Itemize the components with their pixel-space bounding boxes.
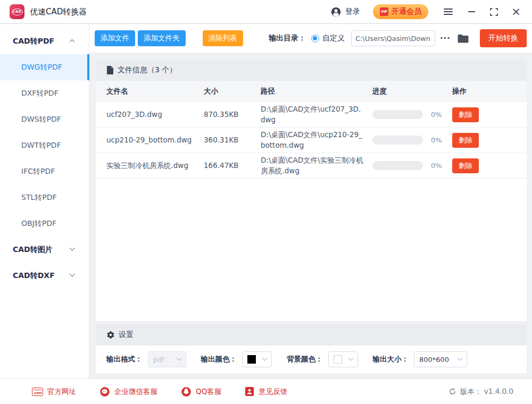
website-icon: .com [32, 388, 43, 396]
settings-panel: 设置 输出格式： pdf 输出颜色： [96, 324, 527, 373]
black-color-swatch [247, 355, 256, 364]
sidebar-group-cad-to-image[interactable]: CAD转图片 [0, 237, 89, 263]
maximize-button[interactable] [488, 6, 499, 17]
sidebar-group-cad-to-pdf[interactable]: CAD转PDF [0, 28, 89, 54]
chevron-down-icon [458, 355, 463, 360]
vip-label: 开通会员 [392, 7, 421, 16]
file-panel: 文件信息（3 个） 文件名 大小 路径 进度 操作 ucf207_3D.dwg … [96, 60, 527, 321]
chevron-down-icon [262, 355, 268, 360]
app-title: 优速CAD转换器 [30, 7, 87, 17]
table-row: ucp210-29_bottom.dwg 360.31KB D:\桌面\CAD文… [96, 128, 527, 153]
file-path: D:\桌面\CAD文件\实验三制冷机房系统.dwg [261, 155, 372, 176]
qq-service-icon [181, 386, 192, 397]
close-button[interactable]: × [511, 6, 521, 17]
login-button[interactable]: 登录 [330, 6, 360, 18]
sidebar-item-dwg-to-pdf[interactable]: DWG转PDF [0, 54, 89, 80]
output-path-input[interactable] [351, 30, 435, 46]
user-avatar-icon [330, 6, 342, 18]
table-row: 实验三制冷机房系统.dwg 166.47KB D:\桌面\CAD文件\实验三制冷… [96, 153, 527, 179]
document-icon [106, 66, 114, 74]
file-path: D:\桌面\CAD文件\ucf207_3D.dwg [261, 104, 372, 125]
title-bar: CAD 优速CAD转换器 登录 VIP 开通会员 [0, 0, 532, 24]
title-bar-left: CAD 优速CAD转换器 [10, 4, 87, 19]
minimize-button[interactable] [466, 6, 477, 17]
maximize-icon [490, 8, 498, 16]
file-name: ucf207_3D.dwg [106, 110, 204, 120]
main-area: 添加文件 添加文件夹 清除列表 输出目录： 自定义 ··· 开始转换 [89, 24, 532, 378]
open-folder-button[interactable] [457, 33, 469, 44]
file-name: 实验三制冷机房系统.dwg [106, 161, 204, 171]
version-info: 版本： v1.4.0.0 [448, 387, 513, 397]
col-action: 操作 [452, 87, 527, 96]
content-area: 文件信息（3 个） 文件名 大小 路径 进度 操作 ucf207_3D.dwg … [89, 53, 532, 378]
footer-link-wechat-service[interactable]: 企业微信客服 [99, 386, 157, 397]
sidebar-item-ifc-to-pdf[interactable]: IFC转PDF [0, 158, 89, 184]
chevron-up-icon [70, 39, 75, 45]
sidebar: CAD转PDF DWG转PDF DXF转PDF DWS转PDF DWT转PDF … [0, 24, 89, 378]
app-logo-text: CAD [12, 9, 23, 15]
app-window: CAD 优速CAD转换器 登录 VIP 开通会员 [0, 0, 532, 404]
progress-bar [372, 136, 423, 145]
file-path: D:\桌面\CAD文件\ucp210-29_bottom.dwg [261, 130, 372, 150]
file-name: ucp210-29_bottom.dwg [106, 135, 204, 146]
sidebar-item-obj-to-pdf[interactable]: OBJ转PDF [0, 211, 89, 237]
sidebar-item-dxf-to-pdf[interactable]: DXF转PDF [0, 80, 89, 106]
progress-cell: 0% [372, 136, 452, 145]
settings-header: 设置 [96, 324, 527, 346]
footer: .com 官方网址 企业微信客服 QQ客服 [0, 378, 532, 404]
col-filename: 文件名 [106, 87, 204, 96]
output-color-select[interactable] [242, 351, 272, 367]
progress-value: 0% [431, 136, 442, 144]
delete-button[interactable]: 删除 [452, 133, 479, 148]
output-color-label: 输出颜色： [201, 355, 237, 364]
file-size: 870.35KB [204, 110, 261, 120]
vip-icon: VIP [380, 7, 388, 16]
footer-link-qq-service[interactable]: QQ客服 [181, 386, 221, 397]
feedback-icon [245, 386, 254, 397]
progress-cell: 0% [372, 161, 452, 170]
chevron-down-icon [70, 246, 75, 251]
menu-icon[interactable] [442, 7, 454, 16]
sidebar-item-stl-to-pdf[interactable]: STL转PDF [0, 184, 89, 211]
close-icon: × [511, 6, 521, 18]
vip-button[interactable]: VIP 开通会员 [373, 4, 428, 19]
col-size: 大小 [204, 87, 261, 96]
app-logo-icon: CAD [10, 4, 24, 19]
add-folder-button[interactable]: 添加文件夹 [138, 30, 186, 46]
output-dir-label: 输出目录： [269, 33, 306, 43]
output-size-label: 输出大小： [373, 355, 409, 364]
custom-dir-radio[interactable]: 自定义 [311, 33, 345, 43]
col-path: 路径 [261, 87, 372, 96]
minimize-icon [468, 11, 475, 12]
login-label: 登录 [345, 7, 360, 16]
progress-value: 0% [431, 162, 442, 170]
start-convert-button[interactable]: 开始转换 [480, 29, 527, 47]
sidebar-item-dwt-to-pdf[interactable]: DWT转PDF [0, 132, 89, 158]
output-size-select[interactable]: 800*600 [414, 351, 467, 367]
radio-selected-icon [311, 35, 319, 43]
footer-link-website[interactable]: .com 官方网址 [32, 387, 76, 397]
table-row: ucf207_3D.dwg 870.35KB D:\桌面\CAD文件\ucf20… [96, 102, 527, 128]
progress-value: 0% [431, 111, 442, 119]
delete-button[interactable]: 删除 [452, 158, 479, 173]
col-progress: 进度 [372, 87, 452, 96]
title-bar-right: 登录 VIP 开通会员 × [330, 4, 521, 19]
footer-link-feedback[interactable]: 意见反馈 [245, 386, 287, 397]
chevron-down-icon [176, 355, 181, 360]
white-color-swatch [334, 355, 342, 364]
file-size: 166.47KB [204, 161, 261, 171]
add-file-button[interactable]: 添加文件 [95, 30, 135, 46]
sidebar-group-cad-to-dxf[interactable]: CAD转DXF [0, 263, 89, 289]
refresh-icon[interactable] [448, 388, 456, 395]
folder-icon [457, 33, 469, 44]
clear-list-button[interactable]: 清除列表 [203, 30, 243, 46]
delete-button[interactable]: 删除 [452, 107, 479, 122]
output-format-select[interactable]: pdf [148, 351, 186, 367]
sidebar-item-dws-to-pdf[interactable]: DWS转PDF [0, 106, 89, 132]
browse-more-button[interactable]: ··· [440, 33, 451, 43]
bg-color-select[interactable] [328, 351, 358, 367]
version-text: 版本： v1.4.0.0 [460, 387, 513, 397]
chevron-down-icon [70, 272, 75, 277]
progress-cell: 0% [372, 110, 452, 119]
gear-icon [106, 331, 115, 339]
